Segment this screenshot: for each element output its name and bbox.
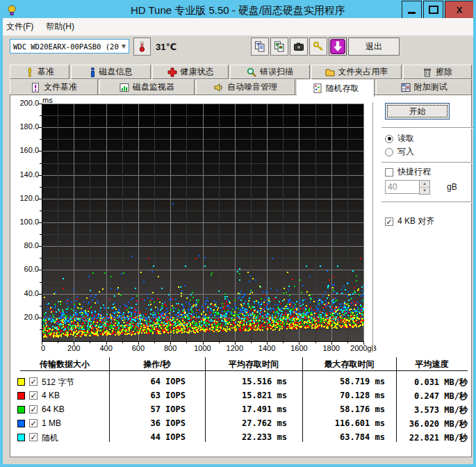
col-header-speed: 平均速度 — [396, 359, 468, 370]
tab-label: 文件夹占用率 — [338, 66, 388, 78]
tab-random-access[interactable]: 随机存取 — [297, 79, 375, 97]
copy-text-button[interactable] — [251, 38, 269, 56]
x-tick — [347, 342, 348, 343]
spin-down-button[interactable]: ▼ — [420, 188, 429, 194]
y-tick-label: 100.0 — [11, 218, 39, 226]
x-tick — [299, 342, 299, 345]
series-size-label: 64 KB — [42, 404, 65, 414]
y-tick — [40, 329, 42, 330]
y-tick — [38, 222, 42, 223]
benchmark-icon — [25, 67, 34, 77]
max-access-value: 70.128 ms — [302, 391, 385, 400]
series-color-swatch — [17, 434, 25, 441]
tab-aam[interactable]: 自动噪音管理 — [196, 79, 295, 95]
tab-file-benchmark[interactable]: 文件基准 — [10, 79, 98, 95]
align-label: 4 KB 对齐 — [397, 215, 434, 227]
drive-select-dropdown[interactable]: WDC WD20EARX-00PASB0 (2000 gB) ▼ — [10, 39, 129, 54]
avg-access-value: 27.762 ms — [205, 418, 287, 428]
col-header-size: 传输数据大小 — [20, 359, 109, 370]
table-row: ✓ 随机 44 IOPS 22.233 ms 63.784 ms 22.821 … — [10, 431, 469, 445]
extra-tests-icon — [401, 83, 411, 92]
capacity-unit-label: gB — [447, 182, 457, 192]
temperature-button[interactable] — [133, 38, 151, 56]
align-option[interactable]: ✓ 4 KB 对齐 — [385, 215, 434, 227]
short-stroke-checkbox[interactable] — [385, 168, 393, 177]
x-tick — [267, 342, 268, 345]
series-checkbox[interactable]: ✓ — [29, 377, 38, 386]
maximize-button[interactable] — [423, 1, 443, 19]
y-tick — [38, 246, 42, 247]
x-tick-label: 2000gB — [347, 344, 380, 352]
update-button[interactable] — [329, 38, 347, 56]
capacity-input[interactable] — [385, 180, 419, 194]
folder-icon — [325, 67, 335, 77]
align-checkbox[interactable]: ✓ — [385, 218, 393, 226]
exit-button[interactable]: 退出 — [348, 38, 400, 56]
table-row: ✓ 64 KB 57 IOPS 17.491 ms 58.176 ms 3.57… — [10, 403, 469, 417]
x-tick-label: 1400 — [250, 344, 284, 352]
x-tick-label: 0 — [26, 344, 60, 352]
y-tick — [40, 234, 42, 235]
screenshot-button[interactable] — [290, 38, 308, 56]
x-tick — [74, 342, 74, 345]
read-radio[interactable] — [385, 135, 393, 143]
series-color-swatch — [17, 420, 25, 427]
y-tick — [40, 187, 42, 188]
close-button[interactable]: X — [445, 1, 474, 19]
short-stroke-option[interactable]: 快捷行程 — [385, 166, 431, 178]
minimize-button[interactable] — [402, 1, 422, 19]
capacity-spinner: ▲ ▼ — [385, 180, 430, 195]
tab-label: 附加测试 — [414, 81, 448, 93]
write-radio[interactable] — [385, 148, 393, 156]
separator — [381, 162, 473, 163]
y-tick-label: 80.0 — [11, 241, 39, 249]
tab-disk-monitor[interactable]: 磁盘监视器 — [99, 79, 195, 95]
x-tick — [235, 342, 236, 345]
write-option[interactable]: 写入 — [385, 146, 414, 158]
tab-extra-tests[interactable]: 附加测试 — [376, 79, 472, 95]
copy-image-button[interactable] — [270, 38, 288, 56]
info-icon — [90, 67, 96, 77]
spin-up-button[interactable]: ▲ — [420, 181, 429, 188]
tab-disk-info[interactable]: 磁盘信息 — [71, 65, 151, 79]
menu-file[interactable]: 文件(F) — [0, 19, 40, 35]
start-button[interactable]: 开始 — [385, 103, 450, 120]
file-benchmark-icon — [31, 83, 40, 92]
series-checkbox[interactable]: ✓ — [29, 391, 38, 400]
series-checkbox[interactable]: ✓ — [29, 433, 38, 441]
table-row: ✓ 4 KB 63 IOPS 15.821 ms 70.128 ms 0.247… — [10, 389, 469, 403]
y-tick — [38, 199, 42, 199]
x-tick — [219, 342, 220, 343]
read-option[interactable]: 读取 — [385, 133, 414, 145]
tab-erase[interactable]: 擦除 — [403, 65, 472, 79]
series-checkbox[interactable]: ✓ — [29, 405, 38, 413]
y-tick-label: 120.0 — [11, 194, 39, 202]
y-tick — [40, 258, 42, 259]
series-checkbox[interactable]: ✓ — [29, 419, 38, 427]
tab-label: 磁盘信息 — [99, 66, 133, 78]
series-color-swatch — [17, 378, 25, 386]
menu-help[interactable]: 帮助(H) — [40, 19, 81, 35]
x-tick — [283, 342, 284, 343]
iops-value: 64 IOPS — [109, 377, 186, 386]
table-row: ✓ 1 MB 36 IOPS 27.762 ms 116.601 ms 36.0… — [10, 417, 469, 431]
tab-benchmark[interactable]: 基准 — [10, 65, 69, 79]
x-tick — [363, 342, 364, 345]
series-size-label: 512 字节 — [42, 377, 74, 388]
copy-text-icon — [254, 41, 265, 52]
window-controls: X — [400, 1, 474, 19]
tab-health[interactable]: 健康状态 — [152, 65, 229, 79]
tab-folder-usage[interactable]: 文件夹占用率 — [311, 65, 402, 79]
avg-speed-value: 36.020 MB/秒 — [396, 418, 468, 430]
copy-image-icon — [274, 41, 285, 52]
iops-value: 36 IOPS — [109, 418, 186, 428]
tab-error-scan[interactable]: 错误扫描 — [230, 65, 310, 79]
tab-label: 自动噪音管理 — [227, 81, 277, 93]
x-tick — [42, 342, 42, 345]
max-access-value: 58.719 ms — [302, 377, 385, 386]
hd-tune-window: HD Tune 专业版 5.50 - 硬盘/固态硬盘实用程序 X 文件(F) 帮… — [0, 0, 476, 467]
menu-bar: 文件(F) 帮助(H) — [0, 18, 476, 36]
registration-key-button[interactable] — [309, 38, 327, 56]
separator — [381, 202, 473, 203]
avg-access-value: 17.491 ms — [205, 404, 287, 414]
